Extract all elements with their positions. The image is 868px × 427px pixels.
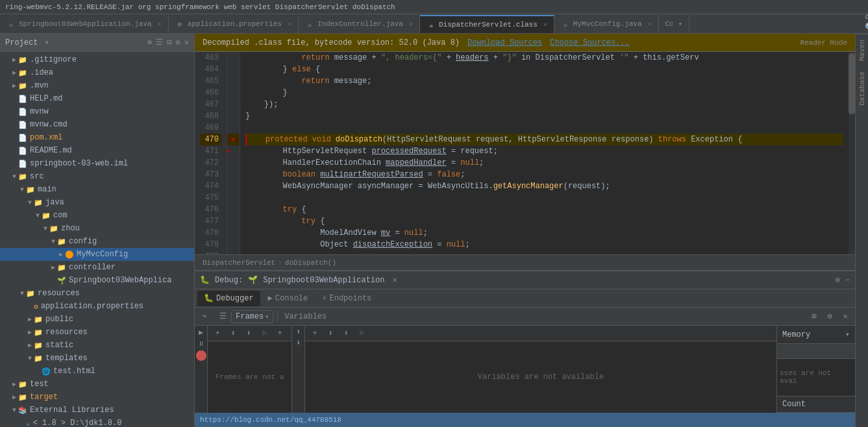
frames-body: Frames are not a xyxy=(208,341,291,413)
tree-item-test[interactable]: ▶ 📁 test xyxy=(0,378,194,391)
tree-item-springboot-app-file[interactable]: 🌱 Springboot03WebApplica xyxy=(0,274,194,287)
tab-close[interactable]: ✕ xyxy=(543,21,547,29)
tree-item-mvnw-cmd[interactable]: 📄 mvnw.cmd xyxy=(0,118,194,131)
tree-item-mvnw[interactable]: 📄 mvnw xyxy=(0,105,194,118)
tree-item-src[interactable]: ▼ 📁 src xyxy=(0,170,194,183)
pause-button[interactable]: ⏸ xyxy=(196,339,206,349)
tab-bar: ☕ Springboot03WebApplication.java ✕ ⚙ ap… xyxy=(0,14,868,34)
folder-icon: 📁 xyxy=(34,341,43,350)
debug-settings-icon[interactable]: ⚙ xyxy=(836,275,840,285)
md-icon: 📄 xyxy=(18,147,27,155)
filter-icon-button[interactable]: ⚐ xyxy=(257,326,271,341)
tree-item-pom[interactable]: 📄 pom.xml xyxy=(0,131,194,144)
tab-close[interactable]: ✕ xyxy=(409,20,413,28)
project-dropdown[interactable]: ▾ xyxy=(44,38,49,47)
debug-left-controls: ↷ xyxy=(197,310,212,324)
tree-item-external-libs[interactable]: ▼ 📚 External Libraries xyxy=(0,404,194,417)
tree-item-jdk[interactable]: ☕ < 1.8 > D:\jdk1.8.0 xyxy=(0,417,194,427)
stop-button[interactable] xyxy=(196,350,206,361)
folder-icon: 📁 xyxy=(49,225,58,233)
gutter-item xyxy=(227,157,240,169)
tree-item-mymvcconfig[interactable]: ▶ 🟠 MyMvcConfig xyxy=(0,248,194,261)
tree-item-zhou[interactable]: ▼ 📁 zhou xyxy=(0,222,194,235)
tree-item-com[interactable]: ▼ 📁 com xyxy=(0,209,194,222)
tree-item-target[interactable]: ▶ 📁 target xyxy=(0,391,194,404)
tab-index-controller[interactable]: ☕ IndexController.java ✕ xyxy=(299,15,420,33)
tree-item-help[interactable]: 📄 HELP.md xyxy=(0,92,194,105)
tree-item-app-props-file[interactable]: ⚙ application.properties xyxy=(0,300,194,313)
frames-selector[interactable]: Frames ▾ xyxy=(231,310,273,323)
tab-label: DispatcherServlet.class xyxy=(439,21,538,29)
project-tool-1[interactable]: ⊕ xyxy=(147,38,152,47)
tree-item-templates[interactable]: ▼ 📁 templates xyxy=(0,352,194,365)
vertical-scrollbar[interactable] xyxy=(849,52,855,254)
memory-search-input[interactable] xyxy=(780,347,855,355)
main-layout: Project ▾ ⊕ ☰ ⊟ ⚙ ✕ ▶ 📁 .gitignore ▶ 📁 xyxy=(0,34,868,427)
tree-item-resources2[interactable]: ▶ 📁 resources xyxy=(0,326,194,339)
tree-item-public[interactable]: ▶ 📁 public xyxy=(0,313,194,326)
tab-mymvc-config[interactable]: ☕ MyMvcConfig.java ✕ xyxy=(554,15,659,33)
debug-app-close[interactable]: ✕ xyxy=(392,275,397,285)
filter-var-button[interactable]: ⚐ xyxy=(354,326,369,341)
tab-dropdown[interactable]: ▾ xyxy=(678,20,682,28)
debug-tab-endpoints[interactable]: ⚡ Endpoints xyxy=(316,291,378,306)
database-tab[interactable]: Database xyxy=(856,66,868,111)
line-number: 473 xyxy=(200,169,221,180)
tab-close[interactable]: ✕ xyxy=(158,20,162,28)
close-panel-button[interactable]: ✕ xyxy=(838,310,852,324)
maven-tab[interactable]: Maven xyxy=(856,34,868,66)
folder-icon: 📁 xyxy=(18,173,27,181)
debug-panel: 🐛 Debug: 🌱 Springboot03WebApplication ✕ … xyxy=(195,270,855,413)
filter-frames-down-button[interactable]: ⬇ xyxy=(242,326,256,341)
tree-item-mvn[interactable]: ▶ 📁 .mvn xyxy=(0,79,194,92)
tree-item-controller[interactable]: ▶ 📁 controller xyxy=(0,261,194,274)
code-content[interactable]: return message + ", headers={" + headers… xyxy=(240,52,849,254)
download-sources-link[interactable]: Download Sources xyxy=(467,38,542,47)
filter-var-up-button[interactable]: ⬆ xyxy=(323,326,338,341)
down-button[interactable]: ⬇ xyxy=(296,338,301,348)
step-over-button[interactable]: ↷ xyxy=(197,310,212,324)
tab-springboot-app[interactable]: ☕ Springboot03WebApplication.java ✕ xyxy=(0,15,169,33)
tree-item-main[interactable]: ▼ 📁 main xyxy=(0,183,194,196)
show-frames-button[interactable]: ☰ xyxy=(216,310,230,324)
debug-tab-console[interactable]: ▶ Console xyxy=(262,291,315,306)
memory-dropdown-icon[interactable]: ▾ xyxy=(845,330,850,339)
add-frame-btn2[interactable]: + xyxy=(273,326,287,341)
tree-item-static[interactable]: ▶ 📁 static xyxy=(0,339,194,352)
tab-cc[interactable]: Cc ▾ xyxy=(659,15,689,33)
tree-item-config[interactable]: ▼ 📁 config xyxy=(0,235,194,248)
settings-button[interactable]: ⚙ xyxy=(823,310,837,324)
tab-close[interactable]: ✕ xyxy=(647,20,651,28)
gutter-item xyxy=(227,87,240,99)
tab-close[interactable]: ✕ xyxy=(288,20,291,28)
tree-item-resources-folder[interactable]: ▼ 📁 resources xyxy=(0,287,194,300)
debug-tab-debugger[interactable]: 🐛 Debugger xyxy=(197,291,260,306)
project-close[interactable]: ✕ xyxy=(184,38,189,47)
debug-minimize-icon[interactable]: − xyxy=(845,276,850,285)
reader-mode-button[interactable]: Reader Mode xyxy=(800,39,847,47)
filter-var-down-button[interactable]: ⬇ xyxy=(339,326,353,341)
project-tool-3[interactable]: ⊟ xyxy=(167,38,171,47)
resume-button[interactable]: ▶ xyxy=(196,327,206,337)
tab-dispatcher-servlet[interactable]: ☕ DispatcherServlet.class ✕ xyxy=(420,15,554,33)
tree-item-iml[interactable]: 📄 springboot-03-web.iml xyxy=(0,157,194,170)
tree-item-idea[interactable]: ▶ 📁 .idea xyxy=(0,66,194,79)
add-frame-button[interactable]: + xyxy=(210,326,225,341)
status-link[interactable]: https://blog.csdn.net/qq_44788518 xyxy=(200,416,341,424)
filter-frames-button[interactable]: ⬆ xyxy=(226,326,240,341)
project-settings[interactable]: ⚙ xyxy=(176,38,180,47)
folder-icon: 📁 xyxy=(18,82,27,90)
vars-body: Variables are not available xyxy=(305,341,776,413)
restore-layout-button[interactable]: ⊞ xyxy=(807,310,821,324)
tree-item-test-html[interactable]: 🌐 test.html xyxy=(0,365,194,378)
project-tool-2[interactable]: ☰ xyxy=(156,38,163,47)
choose-sources-link[interactable]: Choose Sources... xyxy=(550,38,629,47)
project-panel: Project ▾ ⊕ ☰ ⊟ ⚙ ✕ ▶ 📁 .gitignore ▶ 📁 xyxy=(0,34,195,427)
tree-item-java[interactable]: ▼ 📁 java xyxy=(0,196,194,209)
tree-item-readme[interactable]: 📄 README.md xyxy=(0,144,194,157)
up-button[interactable]: ⬆ xyxy=(296,327,301,337)
tab-app-props[interactable]: ⚙ application.properties ✕ xyxy=(169,15,299,33)
file-icon: 📄 xyxy=(18,108,27,116)
add-var-button[interactable]: + xyxy=(308,326,322,341)
tree-item-gitignore[interactable]: ▶ 📁 .gitignore xyxy=(0,53,194,66)
